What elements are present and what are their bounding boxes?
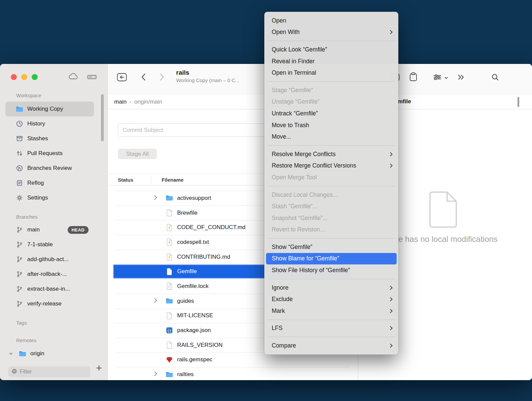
file-row-railties[interactable]: railties <box>108 367 358 380</box>
menu-item-label: Show Blame for “Gemfile” <box>272 255 394 262</box>
sidebar-item-label: Branches Review <box>27 165 72 172</box>
cloud-icon[interactable] <box>68 73 78 81</box>
menu-item-show-file-history-of-gemfile[interactable]: Show File History of “Gemfile” <box>264 264 398 276</box>
disclosure-triangle-icon[interactable] <box>154 371 158 378</box>
sidebar-item-label: Stashes <box>27 135 48 142</box>
sidebar-item-stashes[interactable]: Stashes <box>5 131 94 146</box>
breadcrumb-branch[interactable]: main <box>114 99 127 105</box>
filename: Gemfile.lock <box>177 283 209 290</box>
menu-item-label: Exclude <box>272 296 389 303</box>
branch-item-after-rollback[interactable]: after-rollback-... <box>5 267 94 282</box>
branch-label: extract-base-in... <box>27 286 70 292</box>
add-button[interactable]: + <box>94 362 104 374</box>
menu-item-stage-gemfile: Stage “Gemfile” <box>264 84 398 96</box>
branch-item-add-github-act[interactable]: add-github-act... <box>5 252 94 267</box>
submenu-chevron-icon <box>388 152 393 156</box>
repo-title-box: rails Working Copy (main – 0 C... <box>176 69 239 83</box>
repo-switcher-icon[interactable] <box>117 73 127 83</box>
filename: activesupport <box>177 195 211 202</box>
branch-item-7-1-stable[interactable]: 7-1-stable <box>5 237 94 252</box>
preview-filename: mfile <box>398 98 411 105</box>
document-icon <box>428 191 459 230</box>
menu-item-quick-look-gemfile[interactable]: Quick Look “Gemfile” <box>264 44 398 56</box>
zoom-button[interactable] <box>32 74 38 80</box>
disclosure-triangle-icon[interactable] <box>154 195 158 202</box>
file-row-rails-gemspec[interactable]: rails.gemspec <box>108 353 358 367</box>
forward-icon[interactable] <box>160 73 164 82</box>
gem-icon <box>166 356 173 363</box>
menu-item-exclude[interactable]: Exclude <box>264 293 398 305</box>
sidebar-item-working-copy[interactable]: Working Copy <box>5 102 94 116</box>
branch-label: after-rollback-... <box>27 271 67 278</box>
branch-icon <box>15 256 24 263</box>
stage-all-button[interactable]: Stage All <box>118 149 157 159</box>
breadcrumb-remote-ref[interactable]: origin/main <box>134 99 162 105</box>
doc-icon <box>166 312 173 319</box>
branch-item-verify-release[interactable]: verify-release <box>5 296 94 311</box>
menu-item-label: LFS <box>272 325 389 332</box>
menu-item-restore-merge-conflict-versions[interactable]: Restore Merge Conflict Versions <box>264 160 398 172</box>
sidebar-item-branches-review[interactable]: Branches Review <box>5 161 94 176</box>
menu-item-ignore[interactable]: Ignore <box>264 282 398 294</box>
menu-item-compare[interactable]: Compare <box>264 340 398 352</box>
drive-icon[interactable] <box>87 74 97 82</box>
filename: MIT-LICENSE <box>177 312 213 319</box>
close-button[interactable] <box>11 74 17 80</box>
menu-item-discard-local-changes: Discard Local Changes... <box>264 189 398 201</box>
menu-item-label: Stage “Gemfile” <box>272 87 394 94</box>
menu-item-label: Discard Local Changes... <box>272 191 394 198</box>
gear-icon <box>15 194 24 201</box>
remote-item-origin[interactable]: origin <box>5 346 94 361</box>
sidebar-item-label: Pull Requests <box>27 150 63 157</box>
menu-item-reveal-in-finder[interactable]: Reveal in Finder <box>264 56 398 67</box>
menu-item-mark[interactable]: Mark <box>264 305 398 317</box>
sidebar-item-settings[interactable]: Settings <box>5 190 94 205</box>
menu-item-move-to-trash[interactable]: Move to Trash <box>264 119 398 131</box>
menu-item-show-gemfile[interactable]: Show “Gemfile” <box>264 241 398 253</box>
folder-icon <box>166 371 173 378</box>
branch-item-main[interactable]: mainHEAD <box>5 222 94 237</box>
sidebar-item-label: Settings <box>27 194 48 201</box>
menu-item-untrack-gemfile[interactable]: Untrack “Gemfile” <box>264 108 398 119</box>
clipboard-icon[interactable] <box>409 72 417 83</box>
sidebar-item-pull-requests[interactable]: Pull Requests <box>5 146 94 161</box>
menu-item-move[interactable]: Move... <box>264 131 398 143</box>
menu-item-label: Restore Merge Conflict Versions <box>272 162 389 169</box>
menu-item-open-in-terminal[interactable]: Open in Terminal <box>264 67 398 79</box>
branch-icon <box>15 300 24 307</box>
branches-list: mainHEAD7-1-stableadd-github-act...after… <box>0 222 107 311</box>
menu-item-lfs[interactable]: LFS <box>264 323 398 334</box>
doc-icon <box>166 209 173 217</box>
branch-item-extract-base-in[interactable]: extract-base-in... <box>5 282 94 296</box>
menu-item-label: Revert to Revision... <box>272 226 394 233</box>
menu-item-label: Ignore <box>272 284 389 291</box>
sidebar-item-reflog[interactable]: Reflog <box>5 176 94 190</box>
toolbar-overflow-icon[interactable] <box>457 74 465 81</box>
md-icon <box>166 224 173 231</box>
menu-item-snapshot-gemfile: Snapshot “Gemfile”... <box>264 212 398 224</box>
preview-scrollbar[interactable] <box>518 97 519 107</box>
menu-item-resolve-merge-conflicts[interactable]: Resolve Merge Conflicts <box>264 148 398 160</box>
menu-item-show-blame-for-gemfile[interactable]: Show Blame for “Gemfile” <box>266 253 397 265</box>
menu-item-label: Open <box>272 17 394 24</box>
sidebar-item-history[interactable]: History <box>5 116 94 131</box>
minimize-button[interactable] <box>21 74 27 80</box>
menu-item-open-with[interactable]: Open With <box>264 27 398 38</box>
submenu-chevron-icon <box>388 297 393 301</box>
back-icon[interactable] <box>141 73 145 82</box>
filename: Gemfile <box>177 268 197 275</box>
chevron-down-icon[interactable] <box>444 75 448 81</box>
disclosure-triangle-icon[interactable] <box>154 298 158 304</box>
sidebar: Workspace Working CopyHistoryStashesPull… <box>0 64 108 380</box>
menu-item-open[interactable]: Open <box>264 15 398 27</box>
branches-review-icon <box>15 165 24 172</box>
sliders-icon[interactable] <box>433 74 442 82</box>
menu-separator <box>268 41 395 41</box>
workspace-list: Working CopyHistoryStashesPull RequestsB… <box>0 102 107 205</box>
menu-item-label: Snapshot “Gemfile”... <box>272 215 394 222</box>
menu-item-open-merge-tool: Open Merge Tool <box>264 172 398 183</box>
filename: CODE_OF_CONDUCT.md <box>177 224 245 231</box>
search-icon[interactable] <box>491 73 499 82</box>
menu-item-label: Resolve Merge Conflicts <box>272 151 389 158</box>
filter-input[interactable]: Filter <box>8 366 90 377</box>
